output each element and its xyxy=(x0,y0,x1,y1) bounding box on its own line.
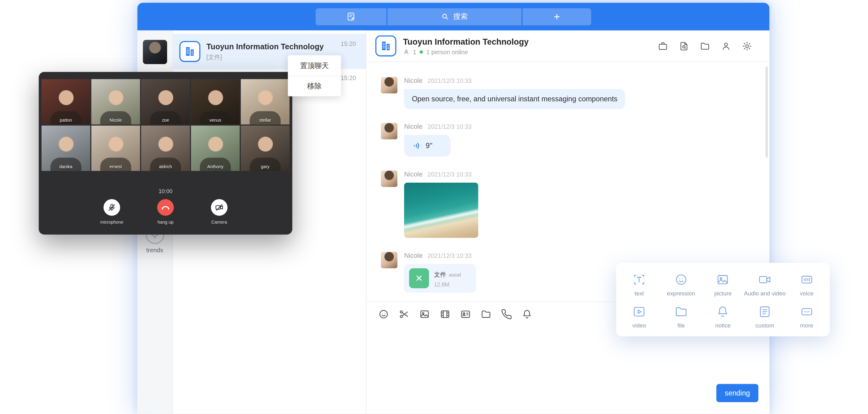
conversation-context-menu: 置顶聊天 移除 xyxy=(288,56,341,96)
camera-label: Camera xyxy=(212,220,227,225)
search-label: 搜索 xyxy=(454,12,468,22)
film-icon[interactable] xyxy=(439,308,451,319)
participant-name: danika xyxy=(41,164,90,169)
participant-tile: venus xyxy=(191,79,240,124)
participant-tile: stellar xyxy=(241,79,289,124)
folder-icon[interactable] xyxy=(700,41,710,51)
send-button[interactable]: sending xyxy=(716,384,758,402)
sender-name: Nicole xyxy=(404,252,423,260)
file-card[interactable]: ✕ 文件 .excel 12.8M xyxy=(404,264,476,293)
message-time: 2021/12/3 10:33 xyxy=(428,171,472,178)
voice-duration: 9'' xyxy=(426,142,432,150)
screen: 搜索 + trends xyxy=(0,0,868,414)
file-size: 12.8M xyxy=(434,282,461,288)
panel-item-label: text xyxy=(635,290,644,297)
bell-icon[interactable] xyxy=(522,308,533,319)
briefcase-icon[interactable] xyxy=(658,41,668,51)
topbar-group: 搜索 + xyxy=(316,8,591,25)
menu-item-pin-chat[interactable]: 置顶聊天 xyxy=(288,56,341,76)
audio-video-icon xyxy=(758,273,772,286)
voice-wave-icon xyxy=(412,141,421,151)
more-icon xyxy=(800,305,814,319)
chat-title-block: Tuoyun Information Technology 1 1 person… xyxy=(403,37,529,55)
conversation-title: Tuoyun Information Technology xyxy=(207,42,341,51)
participant-tile: zoe xyxy=(141,79,190,124)
participant-name: gary xyxy=(241,164,289,169)
panel-item-custom[interactable]: custom xyxy=(744,300,786,333)
panel-item-picture[interactable]: picture xyxy=(702,268,744,300)
top-bar: 搜索 + xyxy=(137,3,769,31)
panel-item-label: more xyxy=(800,322,813,329)
hangup-icon xyxy=(161,202,170,212)
online-dot xyxy=(420,50,423,54)
hangup-button[interactable] xyxy=(157,199,174,216)
message-input[interactable]: sending xyxy=(367,326,769,414)
panel-item-file[interactable]: file xyxy=(660,300,702,333)
expression-icon xyxy=(674,273,688,286)
online-text: 1 person online xyxy=(426,49,468,55)
contact-card-icon[interactable] xyxy=(460,308,471,319)
settings-icon[interactable] xyxy=(742,41,752,51)
panel-item-audio-video[interactable]: Audio and video xyxy=(744,268,786,300)
participant-tile: patton xyxy=(41,79,90,124)
menu-item-remove[interactable]: 移除 xyxy=(288,76,341,96)
image-icon[interactable] xyxy=(419,308,430,319)
panel-item-voice[interactable]: voice xyxy=(786,268,828,300)
participant-tile: Nicole xyxy=(91,79,140,124)
doc-search-icon[interactable] xyxy=(679,41,689,51)
search-input[interactable]: 搜索 xyxy=(388,8,522,25)
panel-item-more[interactable]: more xyxy=(786,300,828,333)
message-type-panel: text expression picture Audio and video … xyxy=(616,263,830,337)
panel-item-label: voice xyxy=(800,290,813,297)
message-time: 2021/12/3 10:33 xyxy=(428,252,472,259)
message-image: Nicole 2021/12/3 10:33 xyxy=(381,171,756,238)
sender-name: Nicole xyxy=(404,77,423,85)
avatar[interactable] xyxy=(381,252,398,268)
participant-name: ernest xyxy=(91,164,140,169)
video-icon xyxy=(632,305,646,319)
excel-file-icon: ✕ xyxy=(409,268,429,289)
panel-item-label: notice xyxy=(715,322,731,329)
file-folder-icon xyxy=(674,305,688,319)
scrollbar-thumb[interactable] xyxy=(766,67,768,158)
chat-panel: Tuoyun Information Technology 1 1 person… xyxy=(367,31,769,414)
avatar[interactable] xyxy=(381,123,398,139)
video-call-window: patton Nicole zoe venus stellar danika e… xyxy=(39,72,292,234)
panel-item-text[interactable]: text xyxy=(618,268,660,300)
phone-icon[interactable] xyxy=(501,308,512,319)
panel-item-label: video xyxy=(632,322,646,329)
camera-control: Camera xyxy=(202,199,237,225)
emoji-icon[interactable] xyxy=(378,308,389,319)
microphone-control: microphone xyxy=(95,199,129,225)
beach-photo-thumbnail[interactable] xyxy=(404,183,478,238)
participant-tile: gary xyxy=(241,126,289,171)
microphone-label: microphone xyxy=(100,220,123,225)
member-count: 1 xyxy=(413,49,416,55)
hangup-label: hang up xyxy=(157,220,174,225)
member-icon[interactable] xyxy=(721,41,731,51)
search-icon xyxy=(441,12,449,20)
panel-item-expression[interactable]: expression xyxy=(660,268,702,300)
chat-meta: 1 1 person online xyxy=(403,49,529,55)
add-button[interactable]: + xyxy=(523,8,591,25)
user-avatar[interactable] xyxy=(143,40,167,64)
text-icon xyxy=(632,273,646,286)
camera-off-icon xyxy=(215,203,224,212)
participant-name: venus xyxy=(191,118,240,123)
contacts-edit-icon xyxy=(346,12,356,22)
panel-item-label: picture xyxy=(714,290,732,297)
conversation-time: 15:20 xyxy=(341,74,356,81)
mic-off-button[interactable] xyxy=(103,199,120,216)
hangup-control: hang up xyxy=(148,199,183,225)
avatar[interactable] xyxy=(381,77,398,94)
voice-bubble[interactable]: 9'' xyxy=(404,135,451,157)
camera-off-button[interactable] xyxy=(211,199,227,216)
avatar[interactable] xyxy=(381,171,398,187)
folder-icon[interactable] xyxy=(480,308,492,319)
contacts-button[interactable] xyxy=(316,8,386,25)
panel-item-video[interactable]: video xyxy=(618,300,660,333)
chat-header-actions xyxy=(658,41,752,51)
scissors-icon[interactable] xyxy=(399,308,410,319)
chat-title: Tuoyun Information Technology xyxy=(403,37,529,46)
panel-item-notice[interactable]: notice xyxy=(702,300,744,333)
